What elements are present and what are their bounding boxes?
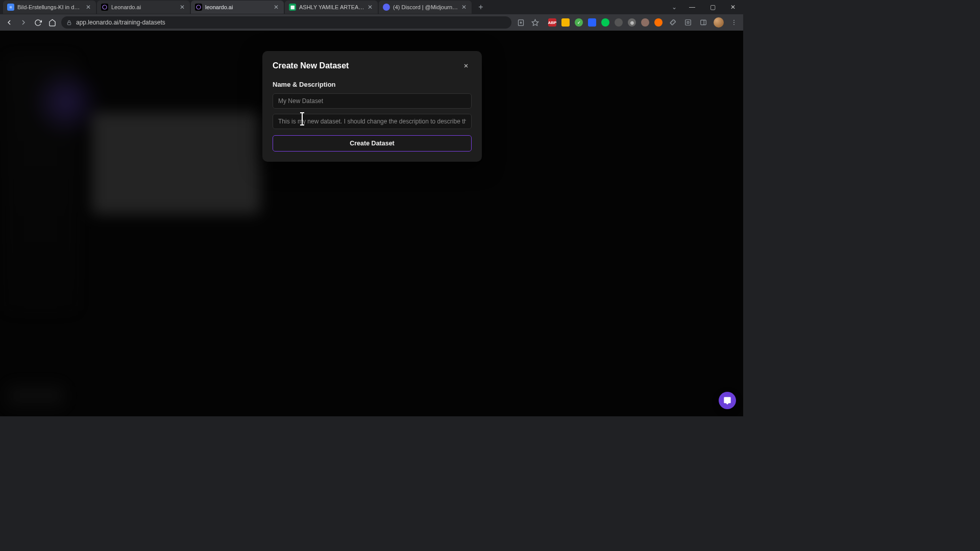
browser-tab[interactable]: (4) Discord | @Midjourney Bot ✕ <box>379 1 472 14</box>
minimize-button[interactable]: — <box>682 0 702 14</box>
extension-icon[interactable] <box>561 18 570 27</box>
extension-icon[interactable] <box>641 18 649 27</box>
close-modal-button[interactable] <box>460 60 472 71</box>
browser-tab[interactable]: ≡ Bild-Erstellungs-KI in der Übersic ✕ <box>3 1 96 14</box>
side-panel-icon[interactable] <box>698 17 708 28</box>
extension-icon[interactable] <box>588 18 596 27</box>
browser-toolbar: app.leonardo.ai/training-datasets ABP ✓ … <box>0 14 743 31</box>
browser-tab-active[interactable]: leonardo.ai ✕ <box>191 1 284 14</box>
install-app-icon[interactable] <box>516 17 526 28</box>
svg-point-1 <box>197 5 201 9</box>
leonardo-icon <box>101 4 108 11</box>
close-icon[interactable]: ✕ <box>179 4 186 11</box>
create-dataset-modal: Create New Dataset Name & Description Cr… <box>262 51 482 162</box>
browser-tab[interactable]: Leonardo.ai ✕ <box>97 1 190 14</box>
new-tab-button[interactable]: + <box>475 1 487 13</box>
back-button[interactable] <box>4 17 14 28</box>
svg-marker-4 <box>532 19 538 26</box>
modal-subtitle: Name & Description <box>273 81 472 88</box>
svg-rect-5 <box>685 20 691 26</box>
bookmark-icon[interactable] <box>530 17 540 28</box>
discord-icon <box>383 4 390 11</box>
menu-icon[interactable] <box>729 17 739 28</box>
tab-label: Leonardo.ai <box>111 4 177 10</box>
extension-icon[interactable] <box>601 18 609 27</box>
dataset-description-input[interactable] <box>273 114 472 129</box>
url-text: app.leonardo.ai/training-datasets <box>76 19 165 26</box>
browser-tab-strip: ≡ Bild-Erstellungs-KI in der Übersic ✕ L… <box>0 0 743 14</box>
reload-button[interactable] <box>33 17 43 28</box>
close-icon[interactable]: ✕ <box>366 4 374 11</box>
close-icon[interactable]: ✕ <box>460 4 468 11</box>
extension-icon[interactable] <box>615 18 623 27</box>
leonardo-icon <box>195 4 202 11</box>
svg-rect-6 <box>701 20 706 24</box>
lock-icon <box>66 20 72 26</box>
extensions-menu-icon[interactable] <box>668 17 678 28</box>
close-icon[interactable]: ✕ <box>85 4 92 11</box>
tab-label: leonardo.ai <box>205 4 271 10</box>
browser-tab[interactable]: ▦ ASHLY YAMILE ARTEAGA BLANC ✕ <box>285 1 378 14</box>
chevron-down-icon[interactable]: ⌄ <box>672 4 677 11</box>
extensions-bar: ABP ✓ ◎ <box>548 17 739 28</box>
svg-point-10 <box>733 24 734 25</box>
address-bar[interactable]: app.leonardo.ai/training-datasets <box>61 16 511 29</box>
tab-label: Bild-Erstellungs-KI in der Übersic <box>17 4 83 10</box>
extension-icon[interactable]: ABP <box>548 18 556 27</box>
extension-icon[interactable] <box>654 18 663 27</box>
svg-point-9 <box>733 22 734 23</box>
page-content: Create New Dataset Name & Description Cr… <box>0 31 743 416</box>
modal-header: Create New Dataset <box>273 60 472 71</box>
docs-icon: ≡ <box>7 4 14 11</box>
extension-icon[interactable]: ◎ <box>628 18 636 27</box>
svg-rect-2 <box>67 22 70 25</box>
close-icon[interactable]: ✕ <box>273 4 280 11</box>
tab-label: ASHLY YAMILE ARTEAGA BLANC <box>299 4 364 10</box>
sheets-icon: ▦ <box>289 4 296 11</box>
profile-avatar[interactable] <box>714 17 724 28</box>
svg-point-0 <box>103 5 107 9</box>
forward-button[interactable] <box>18 17 29 28</box>
create-dataset-button[interactable]: Create Dataset <box>273 135 472 152</box>
maximize-button[interactable]: ▢ <box>702 0 723 14</box>
tab-label: (4) Discord | @Midjourney Bot <box>393 4 458 10</box>
intercom-chat-button[interactable] <box>719 392 736 409</box>
extension-icon[interactable]: ✓ <box>575 18 583 27</box>
close-window-button[interactable]: ✕ <box>723 0 743 14</box>
dataset-name-input[interactable] <box>273 93 472 109</box>
media-control-icon[interactable] <box>683 17 693 28</box>
svg-point-8 <box>733 20 734 21</box>
window-controls: ⌄ — ▢ ✕ <box>667 0 743 14</box>
home-button[interactable] <box>47 17 57 28</box>
modal-title: Create New Dataset <box>273 61 460 70</box>
